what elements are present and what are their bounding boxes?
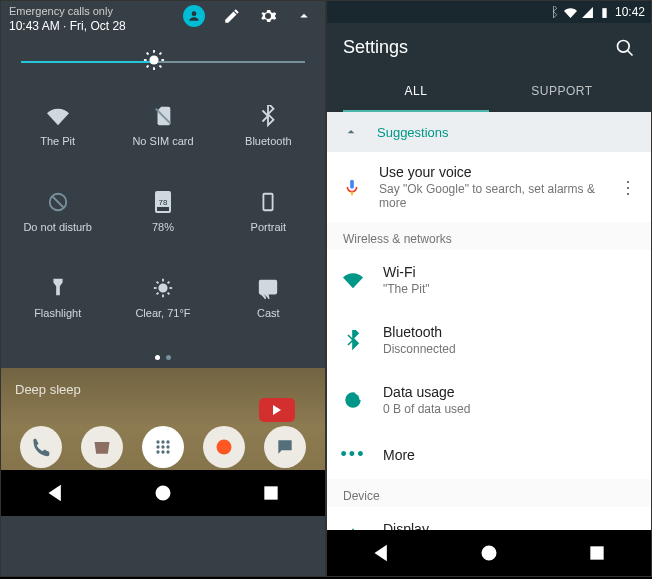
app-bar: Settings ALL SUPPORT: [327, 23, 651, 112]
svg-rect-39: [350, 180, 354, 189]
bluetooth-status-icon: [547, 6, 560, 19]
back-button[interactable]: [45, 483, 65, 503]
setting-more[interactable]: ••• More: [327, 430, 651, 479]
qs-tiles: The Pit No SIM card Bluetooth Do not dis…: [1, 77, 325, 351]
svg-line-20: [168, 293, 170, 295]
back-button[interactable]: [371, 543, 391, 563]
tile-battery[interactable]: 7878%: [110, 169, 215, 255]
page-indicator: [1, 351, 325, 368]
section-device: Device: [327, 479, 651, 507]
svg-point-0: [192, 11, 197, 16]
svg-point-27: [156, 445, 159, 448]
svg-line-8: [147, 66, 149, 68]
nav-bar: [327, 530, 651, 576]
svg-line-12: [52, 197, 63, 208]
edit-icon[interactable]: [223, 7, 241, 25]
tile-bluetooth[interactable]: Bluetooth: [216, 83, 321, 169]
page-title: Settings: [343, 37, 408, 58]
svg-point-28: [161, 445, 164, 448]
svg-point-34: [156, 486, 169, 499]
status-time: 10:42: [615, 5, 645, 19]
home-button[interactable]: [153, 483, 173, 503]
tabs: ALL SUPPORT: [343, 72, 635, 112]
suggestion-voice[interactable]: Use your voice Say "Ok Google" to search…: [327, 152, 651, 222]
chevron-up-icon: [343, 124, 359, 140]
setting-display[interactable]: DisplayAdaptive brightness is ON: [327, 507, 651, 530]
chevron-up-icon[interactable]: [295, 7, 313, 25]
setting-bluetooth[interactable]: BluetoothDisconnected: [327, 310, 651, 370]
setting-data-usage[interactable]: Data usage0 B of data used: [327, 370, 651, 430]
tab-support[interactable]: SUPPORT: [489, 72, 635, 112]
svg-line-9: [160, 53, 162, 55]
dock: [1, 426, 325, 468]
suggestions-header[interactable]: Suggestions: [327, 112, 651, 152]
section-wireless: Wireless & networks: [327, 222, 651, 250]
svg-rect-36: [602, 8, 606, 18]
svg-line-38: [628, 50, 633, 55]
svg-rect-44: [591, 547, 603, 559]
wifi-icon: [343, 270, 363, 290]
svg-point-43: [482, 546, 495, 559]
signal-text: Emergency calls only: [9, 5, 126, 17]
recents-button[interactable]: [261, 483, 281, 503]
more-icon: •••: [341, 444, 366, 465]
youtube-app-icon[interactable]: [259, 398, 295, 422]
status-bar: Emergency calls only 10:43 AM · Fri, Oct…: [1, 1, 325, 37]
setting-wifi[interactable]: Wi-Fi"The Pit": [327, 250, 651, 310]
tile-flashlight[interactable]: Flashlight: [5, 255, 110, 341]
battery-status-icon: [598, 6, 611, 19]
svg-point-41: [346, 393, 359, 406]
user-switcher-icon[interactable]: [183, 5, 205, 27]
settings-screen: 10:42 Settings ALL SUPPORT Suggestions U…: [326, 0, 652, 577]
nav-bar: [1, 470, 325, 516]
dock-app-2[interactable]: [81, 426, 123, 468]
svg-line-22: [168, 282, 170, 284]
svg-rect-13: [264, 194, 273, 211]
phone-app-icon[interactable]: [20, 426, 62, 468]
svg-point-30: [156, 450, 159, 453]
svg-line-7: [160, 66, 162, 68]
tile-rotation[interactable]: Portrait: [216, 169, 321, 255]
tile-wifi[interactable]: The Pit: [5, 83, 110, 169]
svg-rect-35: [265, 487, 277, 499]
quick-settings-panel: Emergency calls only 10:43 AM · Fri, Oct…: [0, 0, 326, 577]
data-usage-icon: [343, 390, 363, 410]
signal-status-icon: [581, 6, 594, 19]
tile-dnd[interactable]: Do not disturb: [5, 169, 110, 255]
svg-point-26: [166, 440, 169, 443]
svg-point-31: [161, 450, 164, 453]
dock-app-4[interactable]: [203, 426, 245, 468]
home-screen: Deep sleep: [1, 368, 325, 516]
bluetooth-icon: [343, 330, 363, 350]
brightness-slider[interactable]: [1, 37, 325, 77]
svg-point-24: [156, 440, 159, 443]
svg-point-29: [166, 445, 169, 448]
svg-point-1: [150, 55, 159, 64]
svg-point-14: [159, 284, 166, 291]
home-widget-text: Deep sleep: [15, 382, 81, 397]
recents-button[interactable]: [587, 543, 607, 563]
svg-point-32: [166, 450, 169, 453]
tab-all[interactable]: ALL: [343, 72, 489, 112]
svg-point-25: [161, 440, 164, 443]
tile-sim[interactable]: No SIM card: [110, 83, 215, 169]
wifi-status-icon: [564, 6, 577, 19]
tile-weather[interactable]: Clear, 71°F: [110, 255, 215, 341]
home-button[interactable]: [479, 543, 499, 563]
svg-line-6: [147, 53, 149, 55]
tile-cast[interactable]: Cast: [216, 255, 321, 341]
svg-line-19: [157, 282, 159, 284]
status-bar: 10:42: [327, 1, 651, 23]
settings-gear-icon[interactable]: [259, 7, 277, 25]
search-icon[interactable]: [615, 38, 635, 58]
svg-point-33: [216, 440, 231, 455]
app-drawer-icon[interactable]: [142, 426, 184, 468]
google-voice-icon: [341, 176, 363, 198]
messages-app-icon[interactable]: [264, 426, 306, 468]
svg-line-21: [157, 293, 159, 295]
svg-point-37: [618, 40, 630, 52]
overflow-icon[interactable]: ⋯: [618, 179, 640, 196]
